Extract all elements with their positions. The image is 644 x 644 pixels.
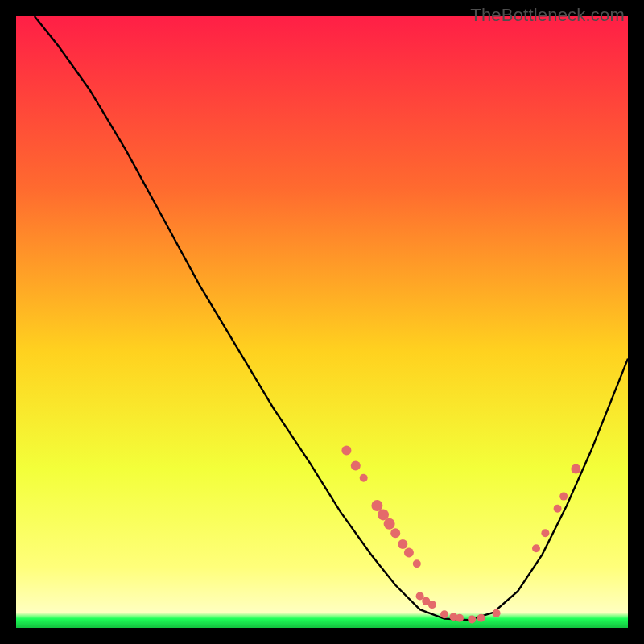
data-marker <box>398 539 407 549</box>
chart-background <box>16 16 628 628</box>
data-marker <box>440 610 448 618</box>
data-marker <box>541 529 549 537</box>
data-marker <box>571 464 580 473</box>
data-marker <box>532 544 540 552</box>
data-marker <box>477 614 485 622</box>
data-marker <box>468 615 476 623</box>
data-marker <box>456 614 464 622</box>
data-marker <box>390 528 400 538</box>
data-marker <box>428 601 436 609</box>
data-marker <box>341 446 351 456</box>
data-marker <box>404 548 414 558</box>
data-marker <box>384 518 395 530</box>
data-marker <box>351 461 361 471</box>
data-marker <box>360 474 368 482</box>
data-marker <box>559 493 568 501</box>
chart-svg <box>16 16 628 628</box>
data-marker <box>371 500 382 511</box>
chart-plot <box>16 16 628 628</box>
watermark-text: TheBottleneck.com <box>470 5 625 26</box>
data-marker <box>493 609 501 617</box>
data-marker <box>554 505 562 513</box>
data-marker <box>413 559 421 568</box>
data-marker <box>378 509 389 520</box>
